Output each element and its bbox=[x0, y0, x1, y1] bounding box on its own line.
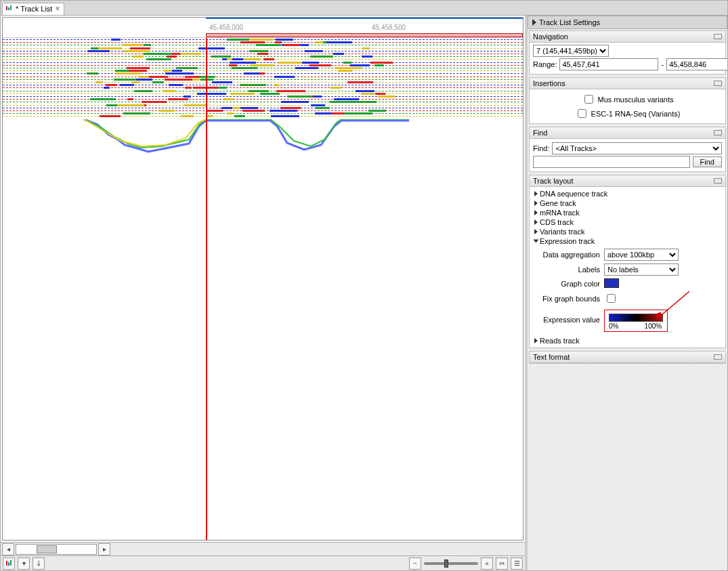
minimize-icon[interactable] bbox=[714, 81, 722, 86]
scrollbar-track[interactable] bbox=[16, 544, 97, 555]
scroll-right-icon[interactable]: ▸ bbox=[98, 543, 110, 555]
selection-bar[interactable] bbox=[206, 33, 523, 37]
minimize-icon[interactable] bbox=[714, 34, 722, 39]
graph-color-chip[interactable] bbox=[604, 278, 619, 288]
tab-bar: * Track List × bbox=[1, 1, 727, 16]
tree-item-reads[interactable]: Reads track bbox=[533, 336, 722, 345]
track-body-reads[interactable] bbox=[3, 38, 523, 540]
caret-icon bbox=[534, 219, 538, 225]
ruler-tick-1: 45,458,000 bbox=[209, 24, 243, 31]
find-input[interactable] bbox=[533, 156, 690, 168]
settings-panel: Track List Settings Navigation 7 (145,44… bbox=[528, 16, 727, 570]
expression-gradient[interactable] bbox=[609, 314, 663, 322]
caret-icon bbox=[534, 200, 538, 206]
bottom-toolbar: ▾ ⤓ − ＋ ⇔ ☰ bbox=[1, 555, 525, 570]
settings-icon[interactable]: ☰ bbox=[511, 557, 523, 570]
insertions-rnaseq-checkbox[interactable] bbox=[578, 109, 586, 118]
coordinate-ruler[interactable]: 45,458,000 45,458,500 bbox=[3, 18, 523, 38]
tree-item-gene[interactable]: Gene track bbox=[533, 198, 722, 208]
tree-item-mrna[interactable]: mRNA track bbox=[533, 208, 722, 217]
insertions-variants-checkbox[interactable] bbox=[584, 95, 593, 104]
tool-icon-2[interactable]: ▾ bbox=[18, 557, 30, 570]
export-icon[interactable]: ⤓ bbox=[33, 557, 45, 570]
range-label: Range: bbox=[533, 60, 557, 68]
section-track-layout: Track layout DNA sequence track Gene tra… bbox=[529, 175, 726, 348]
scroll-left-icon[interactable]: ◂ bbox=[2, 543, 14, 555]
zoom-in-icon[interactable]: ＋ bbox=[481, 557, 493, 570]
svg-rect-5 bbox=[10, 560, 12, 566]
expression-settings: Data aggregation above 100kbp Labels No … bbox=[540, 249, 722, 332]
range-to-input[interactable] bbox=[666, 58, 727, 70]
zoom-slider[interactable] bbox=[424, 562, 478, 565]
scrollbar-thumb[interactable] bbox=[37, 545, 57, 553]
tree-item-cds[interactable]: CDS track bbox=[533, 217, 722, 227]
svg-rect-0 bbox=[6, 6, 7, 10]
tab-track-list[interactable]: * Track List × bbox=[2, 3, 64, 15]
fit-width-icon[interactable]: ⇔ bbox=[496, 557, 508, 570]
tab-title: * Track List bbox=[16, 5, 52, 13]
panel-caret-icon[interactable] bbox=[532, 19, 536, 26]
tree-item-dna[interactable]: DNA sequence track bbox=[533, 189, 722, 198]
tracklist-icon bbox=[5, 5, 13, 13]
caret-icon bbox=[534, 229, 538, 234]
find-label: Find: bbox=[533, 144, 549, 152]
section-insertions: Insertions Mus musculus variants ESC-1 R… bbox=[529, 77, 726, 124]
fix-bounds-checkbox[interactable] bbox=[607, 294, 616, 303]
caret-icon bbox=[534, 191, 538, 196]
range-from-input[interactable] bbox=[559, 58, 658, 70]
find-scope-select[interactable]: <All Tracks> bbox=[552, 142, 722, 154]
minimize-icon[interactable] bbox=[714, 178, 722, 184]
tree-item-variants[interactable]: Variants track bbox=[533, 227, 722, 236]
expression-gradient-box: 0% 100% bbox=[604, 310, 668, 332]
svg-rect-3 bbox=[6, 561, 7, 566]
cursor-line[interactable] bbox=[206, 38, 207, 540]
svg-rect-1 bbox=[8, 7, 9, 10]
chromosome-select[interactable]: 7 (145,441,459bp) bbox=[533, 45, 609, 57]
section-text-format: Text format bbox=[529, 351, 726, 364]
caret-icon bbox=[534, 338, 538, 343]
section-navigation: Navigation 7 (145,441,459bp) Range: - bbox=[529, 30, 726, 75]
svg-rect-4 bbox=[8, 562, 9, 566]
panel-title: Track List Settings bbox=[528, 16, 727, 29]
minimize-icon[interactable] bbox=[714, 130, 722, 135]
close-icon[interactable]: × bbox=[55, 5, 60, 13]
svg-rect-2 bbox=[10, 5, 12, 10]
tree-item-expression[interactable]: Expression track bbox=[533, 236, 722, 246]
genome-browser: 45,458,000 45,458,500 Mus musculus seque… bbox=[2, 17, 523, 541]
tool-icon-1[interactable] bbox=[3, 557, 15, 570]
caret-icon bbox=[534, 240, 539, 243]
ruler-tick-2: 45,458,500 bbox=[372, 24, 406, 31]
restore-icon[interactable] bbox=[714, 354, 722, 360]
section-find: Find Find: <All Tracks> Find bbox=[529, 127, 726, 172]
find-button[interactable]: Find bbox=[693, 156, 722, 167]
caret-icon bbox=[534, 210, 538, 215]
data-aggregation-select[interactable]: above 100kbp bbox=[604, 249, 679, 261]
zoom-out-icon[interactable]: − bbox=[409, 557, 421, 570]
horizontal-scroll[interactable]: ◂ ▸ bbox=[1, 542, 525, 555]
labels-select[interactable]: No labels bbox=[604, 263, 679, 276]
